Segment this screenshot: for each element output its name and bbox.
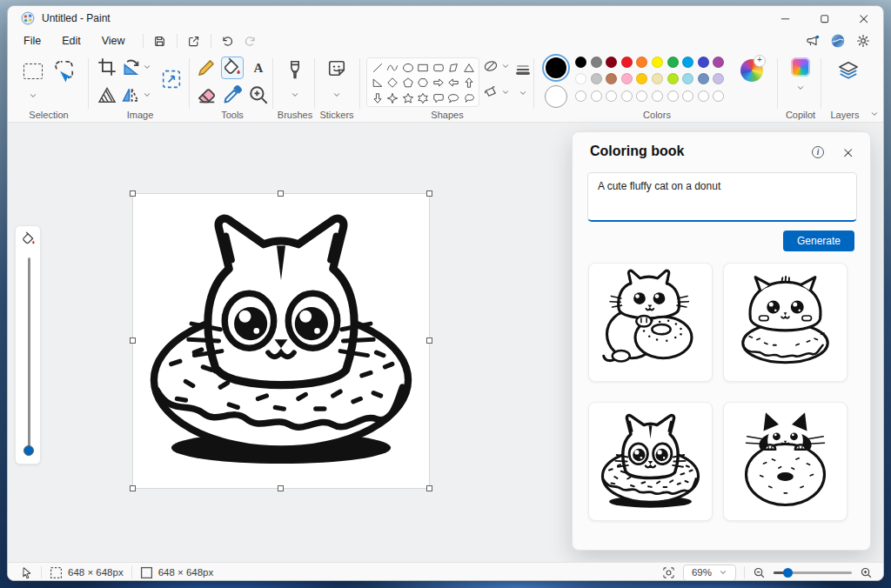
palette-empty-slot-4[interactable] [636,90,647,102]
palette-color-1-1[interactable] [591,73,602,84]
rotate-chevron[interactable] [142,62,152,72]
palette-color-0-4[interactable] [636,57,647,68]
shape-hexagon[interactable] [416,76,432,91]
shape-star-six[interactable] [416,90,432,106]
shape-right-triangle[interactable] [370,76,385,91]
zoom-in-icon[interactable] [860,566,873,579]
palette-color-1-9[interactable] [713,73,724,84]
shape-heart[interactable] [370,106,385,108]
fill-bucket-icon[interactable] [221,57,244,79]
selection-handle-n[interactable] [278,190,284,197]
magnifier-icon[interactable] [247,84,270,106]
stickers-chevron[interactable] [332,90,342,100]
shape-speech-bubble-cloud[interactable] [461,90,477,106]
copilot-icon[interactable] [791,57,810,77]
shape-rounded-rectangle[interactable] [431,60,446,76]
palette-color-0-5[interactable] [652,57,663,68]
selection-handle-w[interactable] [130,337,136,344]
palette-color-1-6[interactable] [667,73,679,84]
menu-item-file[interactable]: File [15,32,50,50]
line-size-chevron[interactable] [518,88,528,98]
maximize-button[interactable] [805,6,844,30]
text-tool-icon[interactable]: A [247,57,270,79]
palette-empty-slot-5[interactable] [652,90,663,102]
zoom-level-dropdown[interactable]: 69% [683,565,736,581]
menu-item-view[interactable]: View [93,32,134,50]
copilot-chevron[interactable] [795,83,806,93]
generate-button[interactable]: Generate [783,231,854,251]
shape-diamond[interactable] [385,76,401,91]
shape-pentagon[interactable] [400,76,416,91]
minimize-button[interactable] [766,6,805,30]
share-button[interactable] [183,31,205,50]
selection-handle-se[interactable] [426,485,432,491]
generated-thumbnail-3-cat-inside-donut[interactable] [588,402,713,521]
line-size-icon[interactable] [514,62,532,77]
shape-star-five[interactable] [400,90,416,106]
palette-empty-slot-0[interactable] [575,90,586,102]
shape-polygon[interactable] [446,60,462,76]
palette-empty-slot-2[interactable] [606,90,617,102]
rotate-icon[interactable] [120,57,141,77]
palette-color-1-5[interactable] [652,73,663,84]
shape-fill-icon[interactable] [483,84,499,100]
rectangle-select-icon[interactable] [22,60,44,83]
shape-star-four[interactable] [385,90,401,106]
layers-icon[interactable] [837,60,860,81]
slider-handle[interactable] [23,445,34,456]
shape-outline-icon[interactable] [483,58,499,74]
palette-empty-slot-9[interactable] [713,90,724,102]
settings-gear-icon[interactable] [852,31,874,50]
close-button[interactable] [844,6,883,30]
flip-icon[interactable] [120,84,141,105]
palette-color-0-6[interactable] [667,57,679,68]
panel-close-icon[interactable] [841,145,854,159]
shape-triangle[interactable] [461,60,477,76]
palette-color-1-3[interactable] [621,73,633,84]
selection-handle-sw[interactable] [130,485,136,491]
prompt-input[interactable]: A cute fluffy cat on a donut [587,172,857,222]
shape-speech-bubble-rounded[interactable] [431,90,446,106]
flip-chevron[interactable] [142,90,152,100]
palette-color-0-3[interactable] [621,57,633,68]
shape-curve[interactable] [385,60,401,76]
edit-colors-wheel-icon[interactable] [740,59,763,82]
palette-color-1-7[interactable] [682,73,693,84]
palette-color-0-8[interactable] [698,57,709,68]
redo-button[interactable] [239,31,262,50]
foreground-color-swatch[interactable] [542,54,570,82]
palette-color-1-0[interactable] [575,73,586,84]
palette-empty-slot-7[interactable] [682,90,693,102]
shape-outline-chevron[interactable] [500,61,511,71]
eyedropper-icon[interactable] [221,84,244,106]
fit-to-screen-icon[interactable] [662,566,675,579]
resize-skew-icon[interactable] [97,84,117,105]
shape-oval[interactable] [400,60,416,76]
palette-empty-slot-1[interactable] [591,90,602,102]
selection-handle-ne[interactable] [426,190,432,197]
zoom-slider-handle[interactable] [783,568,793,578]
shape-line[interactable] [370,60,385,76]
pencil-icon[interactable] [195,57,218,79]
palette-color-0-1[interactable] [591,57,602,68]
resize-image-icon[interactable] [161,69,182,90]
shape-lightning[interactable] [385,106,401,108]
account-avatar[interactable] [831,34,845,48]
selection-handle-s[interactable] [278,485,284,491]
generated-thumbnail-2-fluffy-cat-on-donut[interactable] [723,263,847,382]
palette-color-0-9[interactable] [713,57,724,68]
palette-color-1-2[interactable] [606,73,617,84]
selection-dropdown-chevron[interactable] [27,90,39,102]
shape-fill-chevron[interactable] [500,87,511,97]
sticker-icon[interactable] [326,58,347,79]
crop-icon[interactable] [97,57,117,77]
palette-empty-slot-6[interactable] [667,90,679,102]
feedback-megaphone-icon[interactable] [801,31,824,50]
eraser-icon[interactable] [195,84,218,106]
background-color-swatch[interactable] [545,85,567,108]
palette-empty-slot-3[interactable] [621,90,633,102]
brushes-chevron[interactable] [290,90,300,100]
shape-arrow-up[interactable] [461,76,477,91]
brush-icon[interactable] [285,58,305,81]
info-icon[interactable]: i [811,145,825,159]
